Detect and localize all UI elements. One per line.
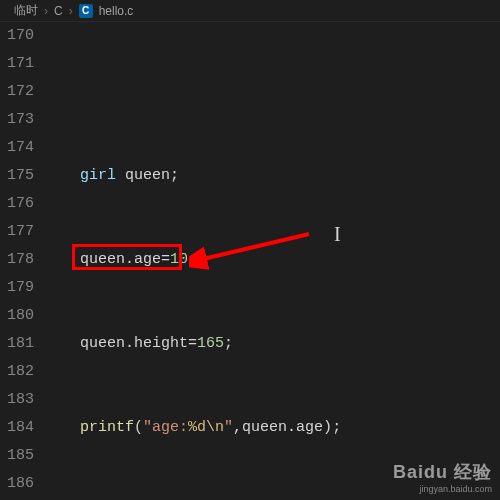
c-file-icon: C (79, 4, 93, 18)
line-number: 183 (0, 386, 34, 414)
line-number: 178 (0, 246, 34, 274)
breadcrumb-folder[interactable]: 临时 (14, 2, 38, 19)
line-number: 171 (0, 50, 34, 78)
chevron-right-icon: › (69, 4, 73, 18)
line-number: 170 (0, 22, 34, 50)
line-number: 172 (0, 78, 34, 106)
line-number: 182 (0, 358, 34, 386)
line-number: 177 (0, 218, 34, 246)
line-number: 176 (0, 190, 34, 218)
line-number: 174 (0, 134, 34, 162)
code-editor[interactable]: 1701711721731741751761771781791801811821… (0, 22, 500, 500)
line-number: 181 (0, 330, 34, 358)
line-number: 180 (0, 302, 34, 330)
line-number: 184 (0, 414, 34, 442)
code-area[interactable]: girl queen; queen.age=10; queen.height=1… (44, 22, 500, 500)
line-number-gutter: 1701711721731741751761771781791801811821… (0, 22, 44, 500)
line-number: 185 (0, 442, 34, 470)
breadcrumb[interactable]: 临时 › C › C hello.c (0, 0, 500, 22)
text-cursor-icon: I (334, 220, 341, 248)
chevron-right-icon: › (44, 4, 48, 18)
line-number: 175 (0, 162, 34, 190)
line-number: 186 (0, 470, 34, 498)
line-number: 173 (0, 106, 34, 134)
code-text: girl (80, 167, 116, 184)
breadcrumb-sub[interactable]: C (54, 4, 63, 18)
line-number: 179 (0, 274, 34, 302)
breadcrumb-file[interactable]: hello.c (99, 4, 134, 18)
